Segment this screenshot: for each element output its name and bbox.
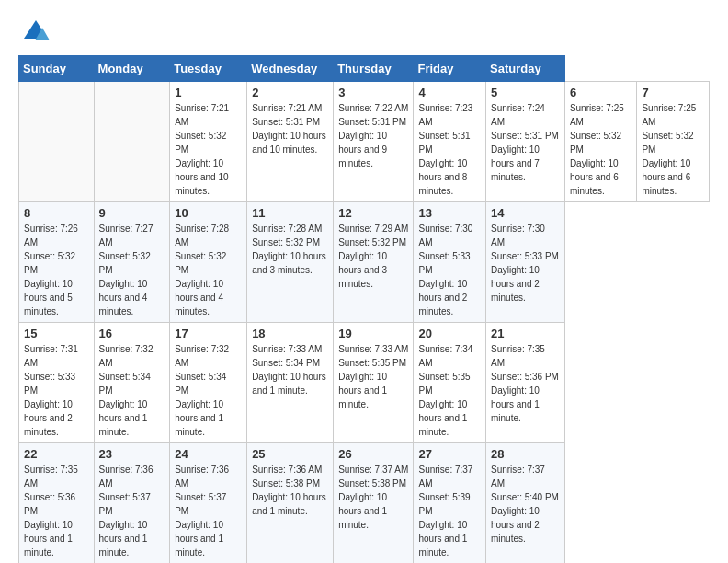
day-number: 1 xyxy=(175,86,242,99)
calendar-table: SundayMondayTuesdayWednesdayThursdayFrid… xyxy=(18,55,710,563)
day-number: 5 xyxy=(491,86,560,99)
calendar-cell: 17 Sunrise: 7:32 AM Sunset: 5:34 PM Dayl… xyxy=(170,323,247,443)
day-info: Sunrise: 7:23 AM Sunset: 5:31 PM Dayligh… xyxy=(418,101,481,198)
calendar-cell: 8 Sunrise: 7:26 AM Sunset: 5:32 PM Dayli… xyxy=(19,202,95,323)
calendar-cell: 20 Sunrise: 7:34 AM Sunset: 5:35 PM Dayl… xyxy=(414,323,486,443)
day-info: Sunrise: 7:33 AM Sunset: 5:35 PM Dayligh… xyxy=(338,342,408,411)
day-number: 13 xyxy=(418,206,481,220)
day-info: Sunrise: 7:22 AM Sunset: 5:31 PM Dayligh… xyxy=(338,101,408,170)
calendar-cell: 25 Sunrise: 7:36 AM Sunset: 5:38 PM Dayl… xyxy=(247,443,334,564)
calendar-cell: 5 Sunrise: 7:24 AM Sunset: 5:31 PM Dayli… xyxy=(486,82,565,202)
day-info: Sunrise: 7:36 AM Sunset: 5:37 PM Dayligh… xyxy=(175,463,242,559)
weekday-header-monday: Monday xyxy=(94,56,170,82)
day-info: Sunrise: 7:36 AM Sunset: 5:38 PM Dayligh… xyxy=(252,463,328,518)
calendar-cell: 7 Sunrise: 7:25 AM Sunset: 5:32 PM Dayli… xyxy=(637,82,710,202)
calendar-cell: 16 Sunrise: 7:32 AM Sunset: 5:34 PM Dayl… xyxy=(94,323,170,443)
day-number: 27 xyxy=(418,447,481,461)
day-number: 24 xyxy=(175,447,242,461)
day-info: Sunrise: 7:28 AM Sunset: 5:32 PM Dayligh… xyxy=(175,222,242,318)
page-header xyxy=(18,18,710,46)
calendar-week-row: 22 Sunrise: 7:35 AM Sunset: 5:36 PM Dayl… xyxy=(19,443,710,564)
day-number: 3 xyxy=(338,86,408,99)
day-info: Sunrise: 7:33 AM Sunset: 5:34 PM Dayligh… xyxy=(252,342,328,397)
weekday-header-sunday: Sunday xyxy=(19,56,95,82)
logo-text xyxy=(18,18,50,46)
calendar-cell: 26 Sunrise: 7:37 AM Sunset: 5:38 PM Dayl… xyxy=(334,443,414,564)
day-number: 16 xyxy=(99,327,165,340)
day-info: Sunrise: 7:34 AM Sunset: 5:35 PM Dayligh… xyxy=(418,342,481,439)
day-info: Sunrise: 7:31 AM Sunset: 5:33 PM Dayligh… xyxy=(24,342,89,439)
day-info: Sunrise: 7:36 AM Sunset: 5:37 PM Dayligh… xyxy=(99,463,165,559)
day-info: Sunrise: 7:35 AM Sunset: 5:36 PM Dayligh… xyxy=(24,463,89,559)
day-info: Sunrise: 7:21 AM Sunset: 5:31 PM Dayligh… xyxy=(252,101,328,156)
calendar-cell: 6 Sunrise: 7:25 AM Sunset: 5:32 PM Dayli… xyxy=(564,82,637,202)
day-number: 26 xyxy=(338,447,408,461)
calendar-cell: 14 Sunrise: 7:30 AM Sunset: 5:33 PM Dayl… xyxy=(486,202,565,323)
weekday-header-tuesday: Tuesday xyxy=(170,56,247,82)
calendar-cell: 18 Sunrise: 7:33 AM Sunset: 5:34 PM Dayl… xyxy=(247,323,334,443)
calendar-cell: 11 Sunrise: 7:28 AM Sunset: 5:32 PM Dayl… xyxy=(247,202,334,323)
day-number: 10 xyxy=(175,206,242,220)
day-number: 17 xyxy=(175,327,242,340)
calendar-cell: 28 Sunrise: 7:37 AM Sunset: 5:40 PM Dayl… xyxy=(486,443,565,564)
day-number: 19 xyxy=(338,327,408,340)
day-info: Sunrise: 7:32 AM Sunset: 5:34 PM Dayligh… xyxy=(99,342,165,439)
day-number: 22 xyxy=(24,447,89,461)
calendar-cell: 3 Sunrise: 7:22 AM Sunset: 5:31 PM Dayli… xyxy=(334,82,414,202)
day-number: 2 xyxy=(252,86,328,99)
day-number: 8 xyxy=(24,206,89,220)
day-info: Sunrise: 7:32 AM Sunset: 5:34 PM Dayligh… xyxy=(175,342,242,439)
weekday-header-wednesday: Wednesday xyxy=(247,56,334,82)
day-number: 4 xyxy=(418,86,481,99)
day-number: 15 xyxy=(24,327,89,340)
calendar-cell: 15 Sunrise: 7:31 AM Sunset: 5:33 PM Dayl… xyxy=(19,323,95,443)
day-info: Sunrise: 7:30 AM Sunset: 5:33 PM Dayligh… xyxy=(418,222,481,318)
weekday-header-saturday: Saturday xyxy=(486,56,565,82)
calendar-cell: 23 Sunrise: 7:36 AM Sunset: 5:37 PM Dayl… xyxy=(94,443,170,564)
day-info: Sunrise: 7:21 AM Sunset: 5:32 PM Dayligh… xyxy=(175,101,242,198)
calendar-week-row: 8 Sunrise: 7:26 AM Sunset: 5:32 PM Dayli… xyxy=(19,202,710,323)
calendar-cell: 21 Sunrise: 7:35 AM Sunset: 5:36 PM Dayl… xyxy=(486,323,565,443)
day-info: Sunrise: 7:37 AM Sunset: 5:39 PM Dayligh… xyxy=(418,463,481,559)
calendar-cell: 10 Sunrise: 7:28 AM Sunset: 5:32 PM Dayl… xyxy=(170,202,247,323)
calendar-cell xyxy=(94,82,170,202)
calendar-cell: 2 Sunrise: 7:21 AM Sunset: 5:31 PM Dayli… xyxy=(247,82,334,202)
day-number: 23 xyxy=(99,447,165,461)
day-info: Sunrise: 7:25 AM Sunset: 5:32 PM Dayligh… xyxy=(642,101,704,198)
day-number: 11 xyxy=(252,206,328,220)
day-number: 6 xyxy=(570,86,632,99)
calendar-cell: 24 Sunrise: 7:36 AM Sunset: 5:37 PM Dayl… xyxy=(170,443,247,564)
calendar-week-row: 15 Sunrise: 7:31 AM Sunset: 5:33 PM Dayl… xyxy=(19,323,710,443)
day-info: Sunrise: 7:35 AM Sunset: 5:36 PM Dayligh… xyxy=(491,342,560,425)
calendar-cell: 19 Sunrise: 7:33 AM Sunset: 5:35 PM Dayl… xyxy=(334,323,414,443)
day-number: 12 xyxy=(338,206,408,220)
calendar-cell: 22 Sunrise: 7:35 AM Sunset: 5:36 PM Dayl… xyxy=(19,443,95,564)
calendar-header-row: SundayMondayTuesdayWednesdayThursdayFrid… xyxy=(19,56,710,82)
day-number: 21 xyxy=(491,327,560,340)
calendar-cell xyxy=(19,82,95,202)
day-info: Sunrise: 7:27 AM Sunset: 5:32 PM Dayligh… xyxy=(99,222,165,318)
day-number: 18 xyxy=(252,327,328,340)
calendar-cell: 9 Sunrise: 7:27 AM Sunset: 5:32 PM Dayli… xyxy=(94,202,170,323)
day-number: 9 xyxy=(99,206,165,220)
calendar-cell: 1 Sunrise: 7:21 AM Sunset: 5:32 PM Dayli… xyxy=(170,82,247,202)
day-number: 7 xyxy=(642,86,704,99)
day-info: Sunrise: 7:37 AM Sunset: 5:38 PM Dayligh… xyxy=(338,463,408,532)
day-info: Sunrise: 7:29 AM Sunset: 5:32 PM Dayligh… xyxy=(338,222,408,291)
calendar-week-row: 1 Sunrise: 7:21 AM Sunset: 5:32 PM Dayli… xyxy=(19,82,710,202)
weekday-header-thursday: Thursday xyxy=(334,56,414,82)
day-info: Sunrise: 7:25 AM Sunset: 5:32 PM Dayligh… xyxy=(570,101,632,198)
day-number: 14 xyxy=(491,206,560,220)
weekday-header-friday: Friday xyxy=(414,56,486,82)
calendar-cell: 13 Sunrise: 7:30 AM Sunset: 5:33 PM Dayl… xyxy=(414,202,486,323)
day-info: Sunrise: 7:30 AM Sunset: 5:33 PM Dayligh… xyxy=(491,222,560,304)
day-info: Sunrise: 7:26 AM Sunset: 5:32 PM Dayligh… xyxy=(24,222,89,318)
day-info: Sunrise: 7:37 AM Sunset: 5:40 PM Dayligh… xyxy=(491,463,560,546)
calendar-cell: 4 Sunrise: 7:23 AM Sunset: 5:31 PM Dayli… xyxy=(414,82,486,202)
day-number: 20 xyxy=(418,327,481,340)
calendar-cell: 12 Sunrise: 7:29 AM Sunset: 5:32 PM Dayl… xyxy=(334,202,414,323)
logo xyxy=(18,18,50,46)
calendar-cell: 27 Sunrise: 7:37 AM Sunset: 5:39 PM Dayl… xyxy=(414,443,486,564)
day-info: Sunrise: 7:28 AM Sunset: 5:32 PM Dayligh… xyxy=(252,222,328,277)
day-number: 25 xyxy=(252,447,328,461)
